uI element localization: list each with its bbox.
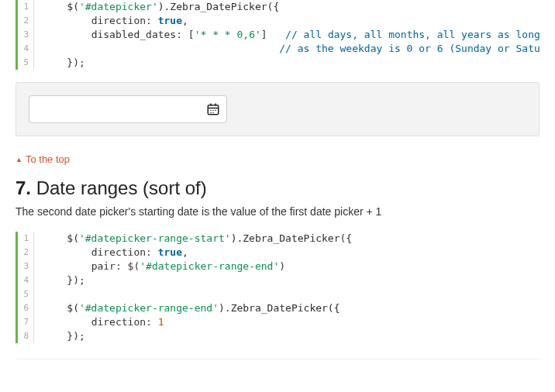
datepicker-demo-panel (16, 82, 539, 136)
code-token: '* * * 0,6' (195, 29, 261, 40)
code-token: ).Zebra_DatePicker({ (219, 302, 340, 314)
line-num: 4 (18, 273, 29, 287)
code-block-2: 1 2 3 4 5 6 7 8 $('#datepicker-range-sta… (16, 232, 539, 343)
section-number: 7. (16, 177, 31, 198)
datepicker-input[interactable] (29, 96, 226, 122)
divider (16, 359, 539, 359)
code-content: $('#datepicker').Zebra_DatePicker({ dire… (18, 0, 539, 70)
section-heading: 7. Date ranges (sort of) (16, 177, 539, 199)
code-token: ).Zebra_DatePicker({ (231, 232, 353, 244)
code-token: '#datepicker' (79, 1, 158, 12)
code-token: pair: $( (91, 260, 140, 272)
code-content: $('#datepicker-range-start').Zebra_DateP… (18, 232, 539, 343)
code-token: }); (67, 57, 84, 68)
line-num: 7 (18, 315, 29, 329)
line-num: 2 (18, 246, 29, 260)
line-num: 1 (18, 232, 29, 246)
code-comment: // as the weekday is 0 or 6 (Sunday or S… (279, 43, 539, 54)
to-the-top-link[interactable]: To the top (16, 153, 539, 165)
code-token: '#datepicker-range-end' (140, 260, 279, 272)
code-token: $( (67, 1, 79, 12)
line-num: 2 (18, 14, 29, 28)
section-description: The second date picker's starting date i… (16, 205, 539, 218)
code-token: true (158, 246, 182, 258)
code-comment: // all days, all months, all years as lo… (285, 29, 539, 40)
line-numbers: 1 2 3 4 5 (18, 0, 34, 70)
code-token: true (158, 15, 182, 26)
line-num: 4 (18, 42, 29, 56)
code-token: direction: (91, 316, 158, 328)
code-token: }); (67, 274, 84, 286)
code-token: 1 (158, 316, 164, 328)
code-token: direction: (91, 246, 158, 258)
section-title: Date ranges (sort of) (36, 177, 207, 198)
code-token: '#datepicker-range-start' (79, 232, 231, 244)
code-token: ] (261, 29, 285, 40)
line-numbers: 1 2 3 4 5 6 7 8 (18, 232, 34, 343)
datepicker-input-wrap[interactable] (29, 95, 227, 123)
code-token: $( (67, 232, 79, 244)
code-token: , (182, 15, 188, 26)
code-token: direction: (91, 15, 158, 26)
line-num: 3 (18, 28, 29, 42)
code-token: ) (279, 260, 285, 272)
line-num: 1 (18, 0, 29, 14)
code-block-1: 1 2 3 4 5 $('#datepicker').Zebra_DatePic… (16, 0, 539, 70)
code-token: , (182, 246, 188, 258)
code-token: disabled_dates: [ (91, 29, 195, 40)
code-token: }); (67, 330, 84, 342)
line-num: 3 (18, 260, 29, 273)
code-token: $( (67, 302, 79, 314)
line-num: 5 (18, 287, 29, 301)
code-token: ).Zebra_DatePicker({ (158, 1, 280, 12)
line-num: 8 (18, 329, 29, 343)
code-token: '#datepicker-range-end' (79, 302, 219, 314)
line-num: 5 (18, 56, 29, 70)
line-num: 6 (18, 301, 29, 315)
